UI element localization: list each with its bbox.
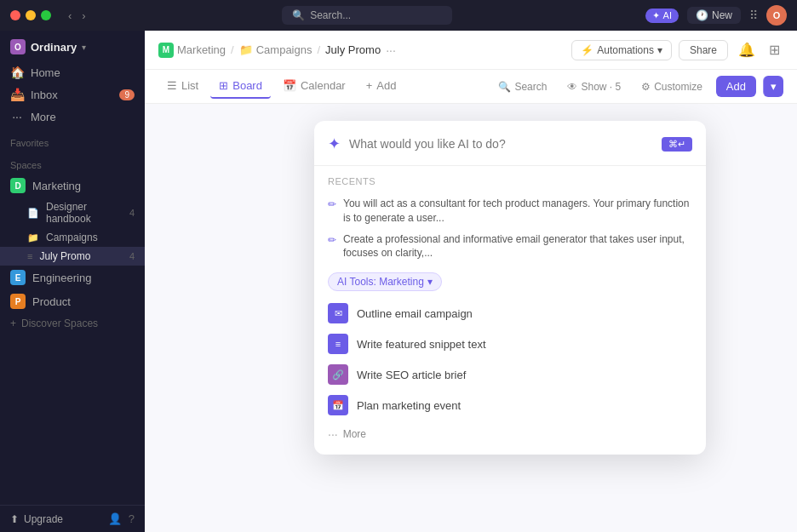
grid-icon[interactable]: ⠿ xyxy=(749,9,758,22)
forward-button[interactable]: › xyxy=(78,8,89,24)
sidebar-item-designer-handbook[interactable]: 📄 Designer handbook 4 xyxy=(0,197,145,228)
workspace-chevron-icon: ▾ xyxy=(82,43,86,52)
ai-keyboard-shortcut: ⌘↵ xyxy=(662,137,692,152)
help-icon[interactable]: ? xyxy=(129,512,135,525)
tools-tag[interactable]: AI Tools: Marketing ▾ xyxy=(328,272,442,291)
customize-button[interactable]: ⚙ Customize xyxy=(634,77,709,96)
breadcrumb: M Marketing / 📁 Campaigns / July Promo ·… xyxy=(158,43,565,58)
workspace-icon: O xyxy=(10,39,26,54)
ai-icon: ✦ xyxy=(652,10,660,21)
designer-handbook-label: Designer handbook xyxy=(46,201,123,225)
app-layout: O Ordinary ▾ 🏠 Home 📥 Inbox 9 ··· More F… xyxy=(0,31,797,532)
product-icon: P xyxy=(10,294,26,309)
tool-item-email[interactable]: ✉ Outline email campaign xyxy=(328,298,692,329)
sparkle-icon: ✦ xyxy=(328,134,341,153)
tool-item-event[interactable]: 📅 Plan marketing event xyxy=(328,390,692,420)
more-dots-icon: ··· xyxy=(328,427,338,441)
viewtabs: ☰ List ⊞ Board 📅 Calendar + Add 🔍 Search xyxy=(145,70,797,104)
settings-icon: ⚙ xyxy=(641,81,651,93)
list-tab-label: List xyxy=(181,79,198,92)
show-button[interactable]: 👁 Show · 5 xyxy=(560,77,628,96)
layout-button[interactable]: ⊞ xyxy=(765,38,783,61)
search-box[interactable]: 🔍 Search... xyxy=(282,6,452,25)
sidebar-item-more[interactable]: ··· More xyxy=(0,106,145,128)
add-button[interactable]: Add xyxy=(716,76,756,97)
list-icon: ≡ xyxy=(27,251,32,261)
engineering-icon: E xyxy=(10,270,26,285)
more-icon: ··· xyxy=(10,110,24,123)
user-icon[interactable]: 👤 xyxy=(108,512,122,525)
home-label: Home xyxy=(31,66,60,79)
sidebar-item-marketing[interactable]: D Marketing xyxy=(0,174,145,197)
tab-calendar[interactable]: 📅 Calendar xyxy=(274,74,354,99)
share-button[interactable]: Share xyxy=(679,40,728,60)
inbox-icon: 📥 xyxy=(10,88,24,101)
folder-icon: 📁 xyxy=(27,232,39,243)
more-row[interactable]: ··· More xyxy=(328,424,692,441)
tools-tag-label: AI Tools: Marketing xyxy=(337,276,424,288)
sidebar-item-july-promo[interactable]: ≡ July Promo 4 xyxy=(0,247,145,266)
pen-icon-2: ✏ xyxy=(328,234,336,246)
titlebar: ‹ › 🔍 Search... ✦ AI 🕐 New ⠿ O xyxy=(0,0,797,31)
tool-item-snippet[interactable]: ≡ Write featured snippet text xyxy=(328,329,692,359)
tab-list[interactable]: ☰ List xyxy=(158,74,207,99)
upgrade-button[interactable]: ⬆ Upgrade xyxy=(10,513,101,525)
notification-button[interactable]: 🔔 xyxy=(735,38,759,61)
list-tab-icon: ☰ xyxy=(167,79,177,92)
plus-icon: + xyxy=(10,317,16,329)
avatar[interactable]: O xyxy=(766,5,787,26)
inbox-label: Inbox xyxy=(31,89,58,101)
breadcrumb-more-icon[interactable]: ··· xyxy=(386,43,396,57)
recent-item-1[interactable]: ✏ You will act as a consultant for tech … xyxy=(328,193,692,229)
ai-prompt-input[interactable] xyxy=(349,137,653,151)
add-dropdown-button[interactable]: ▾ xyxy=(763,76,783,97)
sidebar-item-inbox[interactable]: 📥 Inbox 9 xyxy=(0,83,145,106)
recent-item-2[interactable]: ✏ Create a professional and informative … xyxy=(328,229,692,265)
designer-handbook-count: 4 xyxy=(129,208,135,218)
breadcrumb-campaigns[interactable]: 📁 Campaigns xyxy=(239,43,312,56)
marketing-breadcrumb-label: Marketing xyxy=(177,43,226,56)
add-tab-label: Add xyxy=(376,79,396,92)
topbar-actions: ⚡ Automations ▾ Share 🔔 ⊞ xyxy=(571,38,783,61)
breadcrumb-marketing[interactable]: M Marketing xyxy=(158,43,226,58)
sidebar: O Ordinary ▾ 🏠 Home 📥 Inbox 9 ··· More F… xyxy=(0,31,145,532)
maximize-dot[interactable] xyxy=(41,10,51,20)
sidebar-item-product[interactable]: P Product xyxy=(0,289,145,313)
event-tool-label: Plan marketing event xyxy=(357,399,461,412)
new-button[interactable]: 🕐 New xyxy=(687,7,741,24)
automations-button[interactable]: ⚡ Automations ▾ xyxy=(571,40,672,60)
search-text: Search... xyxy=(310,9,351,21)
back-button[interactable]: ‹ xyxy=(65,8,75,24)
tab-board[interactable]: ⊞ Board xyxy=(210,74,271,99)
workspace-name: Ordinary xyxy=(31,41,77,54)
minimize-dot[interactable] xyxy=(26,10,36,20)
sidebar-item-discover[interactable]: + Discover Spaces xyxy=(0,313,145,334)
campaigns-label: Campaigns xyxy=(46,232,98,243)
product-label: Product xyxy=(32,295,71,308)
ai-badge[interactable]: ✦ AI xyxy=(645,9,679,23)
tool-item-seo[interactable]: 🔗 Write SEO article brief xyxy=(328,359,692,390)
recent-text-2: Create a professional and informative em… xyxy=(343,232,692,261)
spaces-label: Spaces xyxy=(0,152,145,174)
july-promo-label: July Promo xyxy=(39,250,90,262)
footer-icons: 👤 ? xyxy=(108,512,135,525)
search-icon: 🔍 xyxy=(292,9,305,21)
titlebar-right: ✦ AI 🕐 New ⠿ O xyxy=(645,5,787,26)
search-view-button[interactable]: 🔍 Search xyxy=(491,77,553,96)
pen-icon-1: ✏ xyxy=(328,198,336,210)
sidebar-item-campaigns[interactable]: 📁 Campaigns xyxy=(0,228,145,247)
sidebar-item-home[interactable]: 🏠 Home xyxy=(0,61,145,83)
tab-add[interactable]: + Add xyxy=(358,74,405,99)
breadcrumb-july-promo[interactable]: July Promo xyxy=(325,43,381,56)
snippet-tool-icon: ≡ xyxy=(328,334,348,354)
search-view-icon: 🔍 xyxy=(498,81,511,93)
seo-tool-icon: 🔗 xyxy=(328,364,348,385)
breadcrumb-sep-2: / xyxy=(317,43,320,56)
july-promo-count: 4 xyxy=(129,251,135,261)
snippet-tool-label: Write featured snippet text xyxy=(357,338,486,351)
workspace-header[interactable]: O Ordinary ▾ xyxy=(0,31,145,60)
sidebar-item-engineering[interactable]: E Engineering xyxy=(0,266,145,289)
marketing-icon: D xyxy=(10,178,26,193)
calendar-tab-label: Calendar xyxy=(301,79,346,92)
close-dot[interactable] xyxy=(10,10,20,20)
